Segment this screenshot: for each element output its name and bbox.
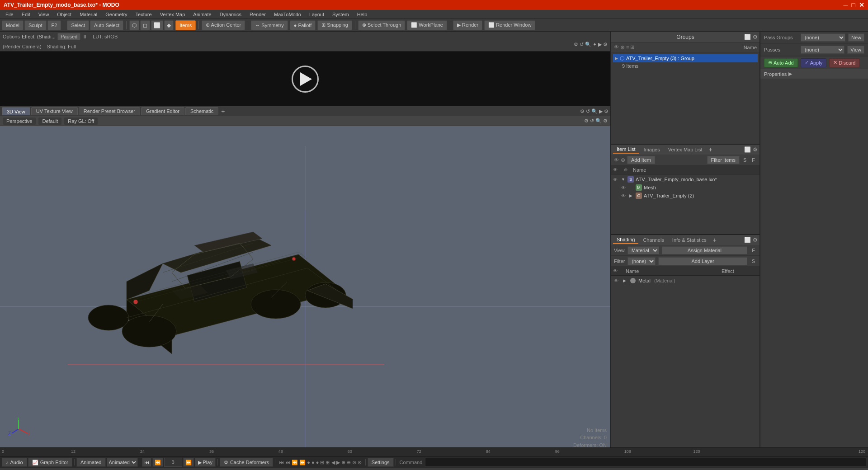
step-back-button[interactable]: ⏪ <box>152 458 163 467</box>
paused-label[interactable]: Paused <box>57 33 80 40</box>
play-button-status[interactable]: ▶ Play <box>195 458 216 467</box>
menu-dynamics[interactable]: Dynamics <box>216 11 245 18</box>
menu-maxtomode[interactable]: MaxToModo <box>270 11 305 18</box>
menu-material[interactable]: Material <box>76 11 101 18</box>
view-dropdown[interactable]: Material <box>627 246 659 254</box>
groups-settings-btn[interactable]: ⚙ <box>753 34 758 40</box>
workplane-button[interactable]: ⬜ WorkPlane <box>407 20 447 30</box>
new-pass-button[interactable]: New <box>848 33 864 42</box>
assign-material-button[interactable]: Assign Material <box>662 246 748 254</box>
tab-3d-view[interactable]: 3D View <box>2 107 30 115</box>
menu-vertex-map[interactable]: Vertex Map <box>156 11 189 18</box>
graph-editor-button[interactable]: 📈 Graph Editor <box>28 458 72 467</box>
item-eye-icon[interactable]: 👁 <box>614 157 619 163</box>
item-expand1[interactable]: ▼ <box>621 177 626 182</box>
menu-object[interactable]: Object <box>53 11 75 18</box>
group-item-atv[interactable]: ▶ ⬡ ATV_Trailer_Empty (3) : Group <box>613 54 758 62</box>
menu-geometry[interactable]: Geometry <box>102 11 131 18</box>
mode-material[interactable]: ◆ <box>164 20 174 30</box>
menu-texture[interactable]: Texture <box>132 11 156 18</box>
render-window-button[interactable]: ⬜ Render Window <box>484 20 535 30</box>
mode-vertex[interactable]: ⬡ <box>129 20 139 30</box>
filter-f-btn[interactable]: S <box>741 157 748 163</box>
item-row-mesh[interactable]: 👁 M Mesh <box>612 183 759 192</box>
menu-view[interactable]: View <box>35 11 53 18</box>
add-layer-s-btn[interactable]: S <box>750 258 757 264</box>
play-to-start-button[interactable]: ⏮ <box>142 458 151 467</box>
pause-icon[interactable]: ⏸ <box>82 34 87 39</box>
action-center-button[interactable]: ⊕ Action Center <box>202 20 245 30</box>
properties-arrow[interactable]: ▶ <box>788 71 792 77</box>
material-expand[interactable]: ▶ <box>623 278 627 283</box>
close-button[interactable]: ✕ <box>859 1 864 9</box>
item-expand2[interactable]: ▶ <box>629 193 634 198</box>
menu-edit[interactable]: Edit <box>18 11 34 18</box>
falloff-button[interactable]: ● Falloff <box>290 20 316 30</box>
item-add-icon[interactable]: ⊕ <box>621 157 625 163</box>
model-button[interactable]: Model <box>2 20 24 30</box>
shading-settings-btn[interactable]: ⚙ <box>753 237 758 243</box>
add-item-button[interactable]: Add Item <box>627 156 655 164</box>
window-controls[interactable]: ─ □ ✕ <box>844 1 864 9</box>
filter-s-btn[interactable]: F <box>750 157 757 163</box>
mode-edge[interactable]: ◻ <box>140 20 150 30</box>
groups-expand-btn[interactable]: ⬜ <box>744 34 751 40</box>
menu-render[interactable]: Render <box>246 11 269 18</box>
add-layer-button[interactable]: Add Layer <box>658 257 747 265</box>
auto-select-button[interactable]: Auto Select <box>90 20 123 30</box>
groups-list-icon[interactable]: ≡ <box>626 44 629 51</box>
cache-deformers-button[interactable]: ⚙ Cache Deformers <box>220 458 273 467</box>
item-list-add[interactable]: + <box>707 146 714 153</box>
menu-file[interactable]: File <box>2 11 17 18</box>
perspective-label[interactable]: Perspective <box>3 118 36 125</box>
tab-info-stats[interactable]: Info & Statistics <box>669 236 710 244</box>
vp-icons[interactable]: ⚙ ↺ 🔍 ⚙ <box>584 118 608 124</box>
minimize-button[interactable]: ─ <box>844 1 848 9</box>
menu-help[interactable]: Help <box>354 11 371 18</box>
select-through-button[interactable]: ⊗ Select Through <box>358 20 405 30</box>
render-preview-viewport[interactable] <box>0 52 610 106</box>
item-settings-btn[interactable]: ⚙ <box>753 146 758 153</box>
viewport-toolbar-icons[interactable]: ⚙ ↺ 🔍 ▶ ⚙ <box>580 108 609 114</box>
mode-poly[interactable]: ⬜ <box>151 20 163 30</box>
maximize-button[interactable]: □ <box>852 1 855 9</box>
eye-icon[interactable]: 👁 <box>614 44 619 51</box>
select-button[interactable]: Select <box>67 20 89 30</box>
audio-button[interactable]: ♪ Audio <box>2 458 27 467</box>
passes-dropdown[interactable]: (none) <box>801 46 844 54</box>
raygl-label[interactable]: Ray GL: Off <box>64 118 98 125</box>
play-button[interactable] <box>292 66 319 93</box>
f2-button[interactable]: F2 <box>47 20 61 30</box>
shading-add-tab[interactable]: + <box>711 236 718 244</box>
playback-extra-icons[interactable]: ⏮ ⏭ ⏪ ⏩ ● ● ● ⊞ ⊞ ◀ ▶ ⊕ ⊕ ⊗ ⊗ <box>277 460 363 465</box>
item-row-trailer[interactable]: 👁 ▶ G ATV_Trailer_Empty (2) <box>612 192 759 200</box>
assign-f-btn[interactable]: F <box>750 248 757 253</box>
sculpt-button[interactable]: Sculpt <box>24 20 47 30</box>
filter-dropdown[interactable]: (none) <box>627 257 656 265</box>
tab-shading[interactable]: Shading <box>613 236 638 244</box>
group-expand-arrow[interactable]: ▶ <box>615 56 618 61</box>
default-label[interactable]: Default <box>38 118 61 125</box>
render-button[interactable]: ▶ Render <box>453 20 482 30</box>
filter-items-button[interactable]: Filter Items <box>707 156 740 164</box>
tab-vertex-map-list[interactable]: Vertex Map List <box>665 146 706 153</box>
groups-add-icon[interactable]: ⊕ <box>620 44 625 51</box>
command-input[interactable] <box>425 458 866 467</box>
symmetry-button[interactable]: ↔ Symmetry <box>251 20 288 30</box>
apply-button[interactable]: ✓ Apply <box>801 58 827 67</box>
discard-button[interactable]: ✕ Discard <box>829 58 859 67</box>
material-row-metal[interactable]: 👁 ▶ Metal (Material) <box>612 277 759 285</box>
options-label[interactable]: Options <box>3 34 20 39</box>
view-passes-button[interactable]: View <box>847 46 864 54</box>
animated-dropdown[interactable]: Animated <box>107 458 138 467</box>
step-forward-button[interactable]: ⏩ <box>183 458 194 467</box>
item-row-scene[interactable]: 👁 ▼ S ATV_Trailer_Empty_modo_base.lxo* <box>612 175 759 183</box>
add-tab-button[interactable]: + <box>219 108 226 115</box>
groups-grid-icon[interactable]: ⊞ <box>630 44 634 51</box>
pass-groups-dropdown[interactable]: (none) <box>801 33 845 42</box>
items-button[interactable]: Items <box>175 20 196 30</box>
tab-gradient-editor[interactable]: Gradient Editor <box>141 107 184 115</box>
tab-item-list[interactable]: Item List <box>613 146 639 154</box>
tab-schematic[interactable]: Schematic <box>185 107 218 115</box>
animated-button[interactable]: Animated <box>76 458 105 467</box>
